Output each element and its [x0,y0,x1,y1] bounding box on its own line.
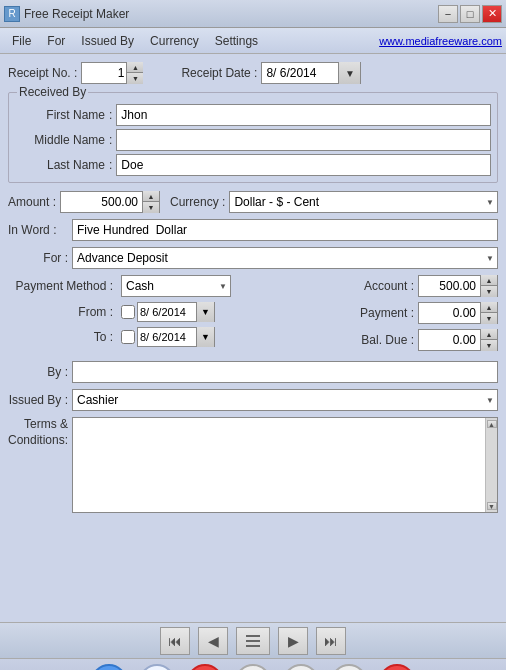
bal-due-spinners: ▲ ▼ [480,329,497,351]
add-button[interactable] [91,664,127,671]
account-up[interactable]: ▲ [481,275,497,286]
first-name-input[interactable] [116,104,491,126]
receipt-date-input[interactable] [262,63,338,83]
payment-amount[interactable]: ▲ ▼ [418,302,498,324]
nav-toolbar: ⏮ ◀ ▶ ⏭ [0,622,506,658]
nav-last-button[interactable]: ⏭ [316,627,346,655]
issued-by-wrapper[interactable]: Cashier [72,389,498,411]
from-checkbox[interactable] [121,305,135,319]
to-label: To : [8,330,113,344]
menu-file[interactable]: File [4,31,39,51]
issued-by-select[interactable]: Cashier [72,389,498,411]
account-spinners: ▲ ▼ [480,275,497,297]
currency-select[interactable]: Dollar - $ - Cent [229,191,498,213]
payment-right: Account : ▲ ▼ Payment : ▲ ▼ [318,275,498,355]
maximize-button[interactable]: □ [460,5,480,23]
minimize-button[interactable]: − [438,5,458,23]
amount-label: Amount : [8,195,56,209]
for-select-wrapper[interactable]: Advance Deposit [72,247,498,269]
received-by-group: Received By First Name : Middle Name : L… [8,92,498,183]
receipt-no-down[interactable]: ▼ [127,73,143,84]
from-label: From : [8,305,113,319]
last-name-row: Last Name : [15,154,491,176]
exit-button[interactable] [379,664,415,671]
payment-method-select[interactable]: Cash [121,275,231,297]
amount-spinners: ▲ ▼ [142,191,159,213]
payment-up[interactable]: ▲ [481,302,497,313]
nav-first-button[interactable]: ⏮ [160,627,190,655]
amount-spinner[interactable]: ▲ ▼ [60,191,160,213]
account-input[interactable] [419,276,480,296]
by-input[interactable] [72,361,498,383]
from-date-input[interactable] [138,303,196,321]
save-button[interactable] [235,664,271,671]
receipt-date-group: ▼ [261,62,361,84]
svg-rect-1 [246,640,260,642]
receipt-no-label: Receipt No. : [8,66,77,80]
list-icon [244,632,262,650]
currency-select-wrapper[interactable]: Dollar - $ - Cent [229,191,498,213]
received-by-label: Received By [17,85,88,99]
middle-name-label: Middle Name [15,133,105,147]
last-name-label: Last Name [15,158,105,172]
main-content: Receipt No. : ▲ ▼ Receipt Date : ▼ Recei… [0,54,506,622]
receipt-no-spinner[interactable]: ▲ ▼ [81,62,141,84]
menu-currency[interactable]: Currency [142,31,207,51]
payment-amount-row: Payment : ▲ ▼ [326,302,498,324]
print-button[interactable] [331,664,367,671]
amount-down[interactable]: ▼ [143,202,159,213]
terms-container: ▲ ▼ [72,417,498,513]
nav-prev-button[interactable]: ◀ [198,627,228,655]
nav-next-button[interactable]: ▶ [278,627,308,655]
title-bar-left: R Free Receipt Maker [4,6,129,22]
terms-textarea[interactable] [73,418,485,512]
close-button[interactable]: ✕ [482,5,502,23]
payment-section: Payment Method : Cash From : ▼ [8,275,498,355]
inword-input[interactable] [72,219,498,241]
nav-list-button[interactable] [236,627,270,655]
bal-due-amount[interactable]: ▲ ▼ [418,329,498,351]
account-down[interactable]: ▼ [481,286,497,297]
middle-name-input[interactable] [116,129,491,151]
scrollbar-down[interactable]: ▼ [487,502,497,510]
terms-scrollbar[interactable]: ▲ ▼ [485,418,497,512]
account-amount[interactable]: ▲ ▼ [418,275,498,297]
to-calendar-icon[interactable]: ▼ [196,327,214,347]
from-date-group: ▼ [121,302,215,322]
by-label: By : [8,365,68,379]
payment-input[interactable] [419,303,480,323]
svg-rect-2 [246,645,260,647]
bal-due-down[interactable]: ▼ [481,340,497,351]
for-row: For : Advance Deposit [8,247,498,269]
amount-up[interactable]: ▲ [143,191,159,202]
scrollbar-up[interactable]: ▲ [487,420,497,428]
website-link[interactable]: www.mediafreeware.com [379,35,502,47]
to-date-group: ▼ [121,327,215,347]
payment-spinners: ▲ ▼ [480,302,497,324]
undo-button[interactable] [283,664,319,671]
last-name-input[interactable] [116,154,491,176]
for-select[interactable]: Advance Deposit [72,247,498,269]
receipt-no-up[interactable]: ▲ [127,62,143,73]
menu-issued-by[interactable]: Issued By [73,31,142,51]
menu-for[interactable]: For [39,31,73,51]
terms-label: Terms & Conditions: [8,417,68,448]
to-checkbox[interactable] [121,330,135,344]
inword-label: In Word : [8,223,68,237]
bal-due-input[interactable] [419,330,480,350]
to-date-input[interactable] [138,328,196,346]
bal-due-up[interactable]: ▲ [481,329,497,340]
menu-settings[interactable]: Settings [207,31,266,51]
to-row: To : ▼ [8,327,318,347]
receipt-no-input[interactable] [82,63,126,83]
edit-button[interactable] [139,664,175,671]
delete-button[interactable] [187,664,223,671]
receipt-no-spinners: ▲ ▼ [126,62,143,84]
middle-name-row: Middle Name : [15,129,491,151]
payment-method-label: Payment Method : [8,279,113,293]
payment-method-wrapper[interactable]: Cash [121,275,231,297]
from-calendar-icon[interactable]: ▼ [196,302,214,322]
calendar-icon[interactable]: ▼ [338,62,360,84]
amount-input[interactable] [61,192,142,212]
payment-down[interactable]: ▼ [481,313,497,324]
